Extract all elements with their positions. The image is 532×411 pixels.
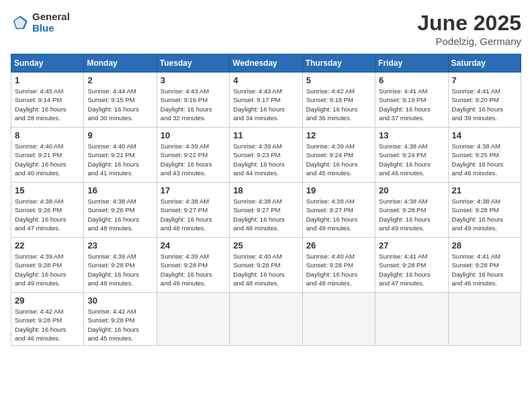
day-info: Sunrise: 4:38 AM Sunset: 9:24 PM Dayligh…: [379, 142, 444, 177]
table-row: 8Sunrise: 4:40 AM Sunset: 9:21 PM Daylig…: [11, 128, 84, 183]
day-info: Sunrise: 4:43 AM Sunset: 9:16 PM Dayligh…: [161, 87, 226, 122]
day-number: 19: [306, 185, 371, 195]
day-number: 12: [306, 130, 371, 140]
day-info: Sunrise: 4:38 AM Sunset: 9:27 PM Dayligh…: [306, 197, 371, 232]
location-title: Podelzig, Germany: [417, 36, 521, 47]
logo-blue: Blue: [32, 22, 54, 34]
day-info: Sunrise: 4:39 AM Sunset: 9:23 PM Dayligh…: [233, 142, 298, 177]
day-number: 6: [379, 75, 444, 85]
day-info: Sunrise: 4:38 AM Sunset: 9:28 PM Dayligh…: [379, 197, 444, 232]
table-row: 10Sunrise: 4:39 AM Sunset: 9:22 PM Dayli…: [157, 128, 229, 183]
day-number: 13: [379, 130, 444, 140]
table-row: 27Sunrise: 4:41 AM Sunset: 9:28 PM Dayli…: [375, 238, 448, 293]
table-row: 17Sunrise: 4:38 AM Sunset: 9:27 PM Dayli…: [157, 183, 229, 238]
table-row: 20Sunrise: 4:38 AM Sunset: 9:28 PM Dayli…: [375, 183, 448, 238]
table-row: 21Sunrise: 4:38 AM Sunset: 9:28 PM Dayli…: [448, 183, 521, 238]
col-monday: Monday: [84, 54, 157, 73]
day-number: 22: [15, 240, 80, 250]
table-row: 19Sunrise: 4:38 AM Sunset: 9:27 PM Dayli…: [302, 183, 375, 238]
day-number: 4: [233, 75, 298, 85]
day-info: Sunrise: 4:40 AM Sunset: 9:28 PM Dayligh…: [233, 252, 298, 287]
day-number: 15: [15, 185, 80, 195]
table-row: 23Sunrise: 4:39 AM Sunset: 9:28 PM Dayli…: [84, 238, 157, 293]
day-info: Sunrise: 4:40 AM Sunset: 9:21 PM Dayligh…: [15, 142, 80, 177]
header-row: Sunday Monday Tuesday Wednesday Thursday…: [11, 54, 521, 73]
day-number: 11: [233, 130, 298, 140]
logo-icon: [11, 13, 30, 32]
col-saturday: Saturday: [448, 54, 521, 73]
table-row: [375, 293, 448, 346]
day-info: Sunrise: 4:38 AM Sunset: 9:25 PM Dayligh…: [452, 142, 517, 177]
day-info: Sunrise: 4:38 AM Sunset: 9:27 PM Dayligh…: [233, 197, 298, 232]
table-row: 18Sunrise: 4:38 AM Sunset: 9:27 PM Dayli…: [230, 183, 302, 238]
day-info: Sunrise: 4:43 AM Sunset: 9:17 PM Dayligh…: [233, 87, 298, 122]
day-info: Sunrise: 4:39 AM Sunset: 9:22 PM Dayligh…: [161, 142, 226, 177]
title-area: June 2025 Podelzig, Germany: [417, 11, 521, 47]
day-number: 23: [87, 240, 152, 250]
day-number: 26: [306, 240, 371, 250]
table-row: [302, 293, 375, 346]
day-info: Sunrise: 4:38 AM Sunset: 9:27 PM Dayligh…: [161, 197, 226, 232]
table-row: 22Sunrise: 4:39 AM Sunset: 9:28 PM Dayli…: [11, 238, 84, 293]
day-number: 10: [161, 130, 226, 140]
table-row: 3Sunrise: 4:43 AM Sunset: 9:16 PM Daylig…: [157, 73, 229, 128]
day-number: 25: [233, 240, 298, 250]
table-row: 13Sunrise: 4:38 AM Sunset: 9:24 PM Dayli…: [375, 128, 448, 183]
month-title: June 2025: [417, 11, 521, 36]
day-number: 18: [233, 185, 298, 195]
table-row: [157, 293, 229, 346]
day-info: Sunrise: 4:41 AM Sunset: 9:20 PM Dayligh…: [452, 87, 517, 122]
table-row: 5Sunrise: 4:42 AM Sunset: 9:18 PM Daylig…: [302, 73, 375, 128]
table-row: 15Sunrise: 4:38 AM Sunset: 9:26 PM Dayli…: [11, 183, 84, 238]
day-info: Sunrise: 4:41 AM Sunset: 9:19 PM Dayligh…: [379, 87, 444, 122]
table-row: [230, 293, 302, 346]
day-info: Sunrise: 4:39 AM Sunset: 9:28 PM Dayligh…: [161, 252, 226, 287]
logo-text: General Blue: [32, 11, 70, 34]
logo-general: General: [32, 11, 70, 22]
day-number: 20: [379, 185, 444, 195]
day-number: 28: [452, 240, 517, 250]
table-row: 4Sunrise: 4:43 AM Sunset: 9:17 PM Daylig…: [230, 73, 302, 128]
calendar-table: Sunday Monday Tuesday Wednesday Thursday…: [11, 54, 521, 346]
day-info: Sunrise: 4:41 AM Sunset: 9:28 PM Dayligh…: [379, 252, 444, 287]
day-number: 24: [161, 240, 226, 250]
table-row: [448, 293, 521, 346]
col-sunday: Sunday: [11, 54, 84, 73]
table-row: 14Sunrise: 4:38 AM Sunset: 9:25 PM Dayli…: [448, 128, 521, 183]
col-thursday: Thursday: [302, 54, 375, 73]
day-number: 16: [87, 185, 152, 195]
table-row: 29Sunrise: 4:42 AM Sunset: 9:28 PM Dayli…: [11, 293, 84, 346]
day-info: Sunrise: 4:38 AM Sunset: 9:28 PM Dayligh…: [452, 197, 517, 232]
day-number: 30: [87, 295, 152, 306]
day-number: 5: [306, 75, 371, 85]
day-number: 21: [452, 185, 517, 195]
table-row: 9Sunrise: 4:40 AM Sunset: 9:21 PM Daylig…: [84, 128, 157, 183]
header-area: General Blue June 2025 Podelzig, Germany: [11, 11, 521, 47]
table-row: 16Sunrise: 4:38 AM Sunset: 9:26 PM Dayli…: [84, 183, 157, 238]
col-tuesday: Tuesday: [157, 54, 229, 73]
day-info: Sunrise: 4:42 AM Sunset: 9:18 PM Dayligh…: [306, 87, 371, 122]
day-info: Sunrise: 4:38 AM Sunset: 9:26 PM Dayligh…: [15, 197, 80, 232]
table-row: 30Sunrise: 4:42 AM Sunset: 9:28 PM Dayli…: [84, 293, 157, 346]
col-friday: Friday: [375, 54, 448, 73]
day-info: Sunrise: 4:39 AM Sunset: 9:28 PM Dayligh…: [87, 252, 152, 287]
col-wednesday: Wednesday: [230, 54, 302, 73]
day-number: 27: [379, 240, 444, 250]
table-row: 6Sunrise: 4:41 AM Sunset: 9:19 PM Daylig…: [375, 73, 448, 128]
day-number: 1: [15, 75, 80, 85]
table-row: 28Sunrise: 4:41 AM Sunset: 9:28 PM Dayli…: [448, 238, 521, 293]
day-number: 9: [87, 130, 152, 140]
logo: General Blue: [11, 11, 70, 34]
day-info: Sunrise: 4:45 AM Sunset: 9:14 PM Dayligh…: [15, 87, 80, 122]
table-row: 25Sunrise: 4:40 AM Sunset: 9:28 PM Dayli…: [230, 238, 302, 293]
day-info: Sunrise: 4:41 AM Sunset: 9:28 PM Dayligh…: [452, 252, 517, 287]
day-number: 17: [161, 185, 226, 195]
table-row: 12Sunrise: 4:39 AM Sunset: 9:24 PM Dayli…: [302, 128, 375, 183]
table-row: 7Sunrise: 4:41 AM Sunset: 9:20 PM Daylig…: [448, 73, 521, 128]
table-row: 2Sunrise: 4:44 AM Sunset: 9:15 PM Daylig…: [84, 73, 157, 128]
day-number: 3: [161, 75, 226, 85]
day-info: Sunrise: 4:40 AM Sunset: 9:21 PM Dayligh…: [87, 142, 152, 177]
day-number: 2: [87, 75, 152, 85]
day-info: Sunrise: 4:39 AM Sunset: 9:24 PM Dayligh…: [306, 142, 371, 177]
table-row: 11Sunrise: 4:39 AM Sunset: 9:23 PM Dayli…: [230, 128, 302, 183]
